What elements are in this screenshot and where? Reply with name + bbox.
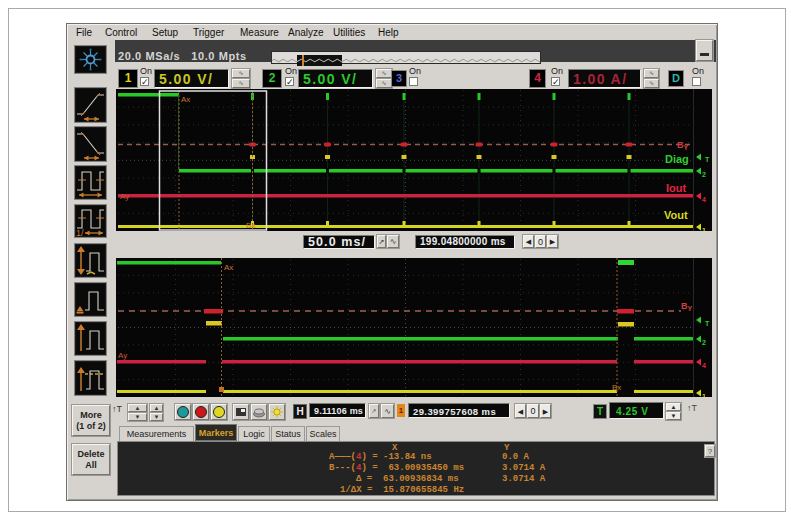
svg-text:Bx: Bx <box>246 221 255 230</box>
svg-text:2: 2 <box>702 339 706 346</box>
svg-text:1: 1 <box>702 227 706 231</box>
svg-text:Ax: Ax <box>224 263 233 272</box>
svg-text:Ay: Ay <box>120 192 129 201</box>
svg-text:Bx: Bx <box>612 383 621 392</box>
svg-text:Iout: Iout <box>666 182 686 194</box>
svg-text:1/: 1/ <box>76 228 84 237</box>
svg-text:Ax: Ax <box>181 95 190 104</box>
svg-text:Vout: Vout <box>664 209 688 221</box>
svg-text:Ay: Ay <box>118 351 127 360</box>
svg-text:1: 1 <box>702 393 706 397</box>
svg-text:Diag: Diag <box>665 153 689 165</box>
svg-text:4: 4 <box>702 196 706 203</box>
svg-text:2: 2 <box>702 171 706 178</box>
svg-text:BY: BY <box>681 301 693 312</box>
svg-text:T: T <box>705 156 710 163</box>
svg-text:BY: BY <box>677 140 689 151</box>
svg-text:4: 4 <box>702 362 706 369</box>
svg-text:T: T <box>705 320 710 327</box>
